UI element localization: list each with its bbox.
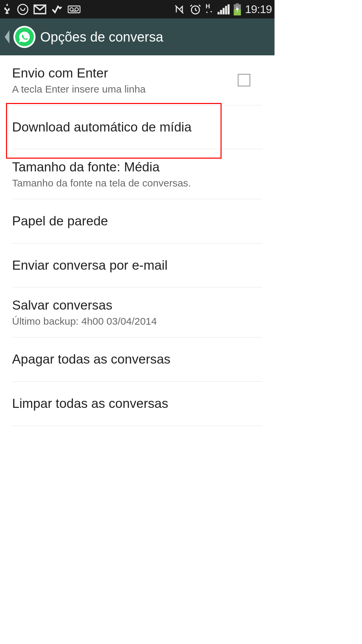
- enter-send-checkbox[interactable]: [238, 74, 250, 87]
- settings-list: Envio com Enter A tecla Enter insere uma…: [0, 55, 275, 426]
- usb-icon: [3, 3, 12, 16]
- setting-title: Limpar todas as conversas: [12, 395, 262, 412]
- svg-rect-8: [220, 10, 222, 14]
- svg-text:H: H: [205, 3, 210, 10]
- voicemail-icon: [68, 5, 80, 13]
- setting-font-size[interactable]: Tamanho da fonte: Média Tamanho da fonte…: [12, 149, 262, 199]
- data-hsdpa-icon: H: [205, 3, 214, 15]
- setting-title: Enviar conversa por e-mail: [12, 257, 262, 274]
- setting-delete-all[interactable]: Apagar todas as conversas: [12, 337, 262, 382]
- setting-title: Tamanho da fonte: Média: [12, 159, 262, 176]
- check-icon: [51, 3, 63, 15]
- alarm-icon: [189, 3, 201, 15]
- setting-title: Apagar todas as conversas: [12, 351, 262, 368]
- svg-rect-7: [218, 12, 220, 14]
- setting-title: Papel de parede: [12, 213, 262, 230]
- action-bar: Opções de conversa: [0, 18, 275, 55]
- svg-rect-11: [228, 4, 230, 14]
- setting-title: Salvar conversas: [12, 297, 262, 314]
- status-time: 19:19: [245, 3, 272, 16]
- setting-media-download[interactable]: Download automático de mídia: [12, 105, 262, 150]
- svg-rect-10: [225, 6, 227, 14]
- setting-title: Download automático de mídia: [12, 119, 262, 136]
- whatsapp-app-icon[interactable]: [13, 26, 36, 48]
- whatsapp-icon: [17, 3, 29, 15]
- setting-backup[interactable]: Salvar conversas Último backup: 4h00 03/…: [12, 287, 262, 337]
- vibrate-icon: [173, 3, 185, 15]
- svg-rect-9: [223, 8, 225, 14]
- setting-clear-all[interactable]: Limpar todas as conversas: [12, 382, 262, 426]
- setting-subtitle: Último backup: 4h00 03/04/2014: [12, 315, 262, 328]
- setting-subtitle: Tamanho da fonte na tela de conversas.: [12, 176, 262, 190]
- setting-wallpaper[interactable]: Papel de parede: [12, 199, 262, 244]
- svg-point-0: [18, 4, 28, 14]
- svg-rect-14: [236, 3, 239, 4]
- setting-enter-send[interactable]: Envio com Enter A tecla Enter insere uma…: [12, 55, 262, 105]
- page-title: Opções de conversa: [40, 30, 163, 45]
- setting-title: Envio com Enter: [12, 65, 238, 82]
- signal-icon: [218, 4, 230, 14]
- setting-email-chat[interactable]: Enviar conversa por e-mail: [12, 244, 262, 288]
- svg-point-4: [75, 7, 78, 11]
- battery-charging-icon: [234, 3, 241, 15]
- back-button[interactable]: [4, 30, 10, 44]
- setting-subtitle: A tecla Enter insere uma linha: [12, 83, 238, 96]
- gmail-icon: [34, 4, 46, 14]
- svg-point-3: [70, 7, 73, 11]
- status-bar: H 19:19: [0, 0, 275, 18]
